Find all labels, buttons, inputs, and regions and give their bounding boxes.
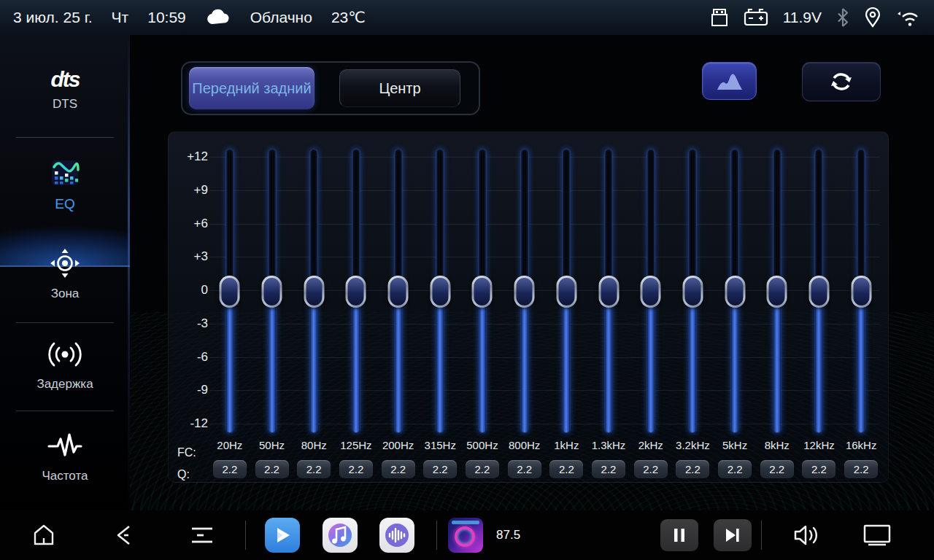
eq-slider-knob[interactable]	[641, 276, 661, 308]
sidebar-item-zone[interactable]: Зона	[0, 246, 130, 301]
eq-slider-knob[interactable]	[808, 276, 829, 308]
eq-slider[interactable]	[352, 149, 360, 433]
band-q-button[interactable]: 2.2	[844, 460, 878, 478]
radio-app[interactable]	[448, 518, 483, 553]
band-q-button[interactable]: 2.2	[423, 460, 457, 478]
divider	[16, 137, 114, 138]
eq-slider[interactable]	[436, 149, 444, 433]
eq-slider[interactable]	[647, 149, 655, 433]
eq-band: 315Hz 2.2	[419, 132, 461, 482]
band-q-button[interactable]: 2.2	[255, 460, 289, 478]
eq-slider-knob[interactable]	[514, 276, 535, 308]
eq-slider[interactable]	[815, 149, 823, 433]
tab-front-rear[interactable]: Передний задний	[189, 67, 314, 109]
status-bar: 3 июл. 25 г. Чт 10:59 Облачно 23℃ 11.9V	[0, 0, 934, 35]
band-q-button[interactable]: 2.2	[213, 460, 247, 478]
status-day: Чт	[112, 9, 129, 26]
voice-app[interactable]	[379, 518, 414, 553]
eq-band: 125Hz 2.2	[335, 132, 377, 482]
scale-label: -9	[174, 382, 208, 398]
eq-slider[interactable]	[857, 149, 865, 433]
eq-slider-knob[interactable]	[472, 276, 493, 308]
eq-slider-fill	[479, 290, 485, 432]
eq-slider-knob[interactable]	[725, 276, 745, 308]
divider	[16, 411, 114, 411]
eq-slider-knob[interactable]	[388, 276, 409, 308]
back-icon	[111, 522, 137, 548]
band-frequency-label: 200Hz	[377, 439, 420, 451]
eq-slider-knob[interactable]	[767, 276, 787, 308]
scale-label: +3	[174, 249, 208, 265]
eq-slider[interactable]	[268, 149, 276, 433]
eq-slider-fill	[521, 290, 528, 432]
band-q-button[interactable]: 2.2	[382, 460, 415, 478]
eq-slider-fill	[226, 290, 233, 432]
eq-slider[interactable]	[605, 149, 613, 433]
sidebar-item-delay[interactable]: Задержка	[0, 338, 130, 392]
band-q-button[interactable]: 2.2	[634, 460, 668, 478]
eq-slider[interactable]	[478, 149, 486, 433]
band-q-button[interactable]: 2.2	[508, 460, 541, 478]
band-q-button[interactable]: 2.2	[297, 460, 331, 478]
eq-slider-fill	[269, 290, 275, 432]
equalizer-panel: +12+9+6+30-3-6-9-12 FC: Q: 20Hz 2.2 50Hz…	[168, 131, 889, 483]
video-player-app[interactable]	[265, 518, 300, 553]
equalizer-icon	[0, 156, 130, 190]
eq-slider[interactable]	[520, 149, 528, 433]
music-app[interactable]	[323, 518, 358, 553]
band-q-button[interactable]: 2.2	[592, 460, 625, 478]
eq-slider-knob[interactable]	[430, 276, 450, 308]
video-player-app-icon	[265, 518, 300, 553]
eq-slider-fill	[647, 290, 654, 432]
menu-button[interactable]	[188, 522, 216, 548]
volume-button[interactable]	[792, 523, 821, 548]
eq-bands-row: 20Hz 2.2 50Hz 2.2 80Hz 2.2 125Hz 2.2 200…	[209, 132, 882, 482]
eq-slider[interactable]	[394, 149, 402, 433]
band-q-button[interactable]: 2.2	[549, 460, 583, 478]
back-button[interactable]	[111, 522, 137, 548]
eq-slider-knob[interactable]	[851, 276, 871, 308]
scale-label: 0	[174, 282, 208, 298]
divider	[436, 521, 437, 550]
band-frequency-label: 80Hz	[293, 439, 335, 451]
home-button[interactable]	[31, 522, 57, 548]
eq-slider-knob[interactable]	[682, 276, 703, 308]
next-track-button[interactable]	[714, 519, 752, 551]
band-q-button[interactable]: 2.2	[718, 460, 752, 478]
eq-slider[interactable]	[310, 149, 318, 433]
eq-slider-knob[interactable]	[304, 276, 324, 308]
eq-slider-knob[interactable]	[220, 276, 240, 308]
pause-button[interactable]	[660, 519, 698, 551]
eq-slider-knob[interactable]	[556, 276, 576, 308]
sidebar-item-label: EQ	[0, 196, 130, 212]
eq-slider[interactable]	[689, 149, 697, 433]
band-q-button[interactable]: 2.2	[466, 460, 499, 478]
band-frequency-label: 125Hz	[335, 439, 377, 451]
eq-band: 12kHz 2.2	[798, 132, 841, 482]
band-q-button[interactable]: 2.2	[802, 460, 835, 478]
eq-curve-button[interactable]	[702, 62, 757, 100]
eq-slider-knob[interactable]	[262, 276, 282, 308]
eq-slider-knob[interactable]	[346, 276, 366, 308]
scale-label: -6	[174, 349, 208, 365]
band-q-button[interactable]: 2.2	[676, 460, 709, 478]
eq-slider[interactable]	[225, 149, 234, 433]
tab-center[interactable]: Центр	[339, 69, 460, 107]
sidebar-item-eq[interactable]: EQ	[0, 156, 130, 212]
sidebar-item-frequency[interactable]: Частота	[0, 430, 130, 483]
delay-icon	[0, 338, 130, 370]
reset-button[interactable]	[802, 62, 881, 101]
band-frequency-label: 500Hz	[461, 439, 503, 451]
eq-slider[interactable]	[731, 149, 739, 433]
music-app-icon	[323, 518, 358, 553]
home-icon	[31, 522, 57, 548]
display-button[interactable]	[861, 522, 893, 548]
eq-slider[interactable]	[563, 149, 571, 433]
eq-slider[interactable]	[773, 149, 781, 433]
eq-slider-knob[interactable]	[598, 276, 619, 308]
sidebar-item-dts[interactable]: dts DTS	[0, 69, 130, 112]
frequency-icon	[0, 430, 130, 462]
sidebar-item-label: Частота	[0, 469, 130, 483]
band-q-button[interactable]: 2.2	[760, 460, 794, 478]
band-q-button[interactable]: 2.2	[339, 460, 373, 478]
